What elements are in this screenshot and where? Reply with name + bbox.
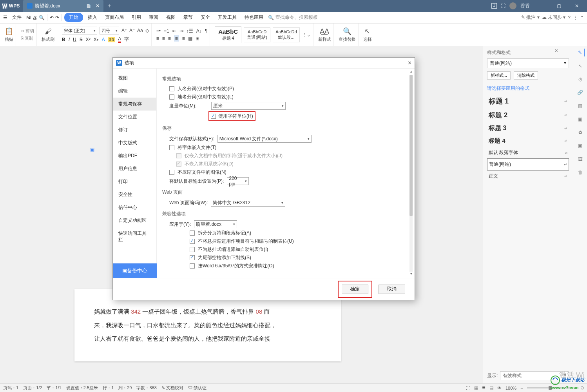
phonetic-icon[interactable]: 字 bbox=[124, 36, 129, 43]
collapse-ribbon-icon[interactable]: ⌃ bbox=[580, 15, 584, 20]
nav-revision[interactable]: 修订 bbox=[113, 123, 156, 136]
ppi-select[interactable]: 220 ppi bbox=[227, 177, 249, 185]
maximize-icon[interactable]: ▢ bbox=[552, 3, 566, 9]
dialog-close-icon[interactable]: × bbox=[408, 60, 411, 67]
align-center-icon[interactable]: ≡ bbox=[162, 36, 165, 41]
style-item-h4[interactable]: 标题 4↵ bbox=[487, 135, 569, 147]
new-style-button[interactable]: A͟A新样式 bbox=[318, 27, 331, 42]
rail-clock-icon[interactable]: ◷ bbox=[576, 75, 584, 83]
more-icon[interactable]: ⋮ bbox=[573, 15, 578, 20]
style-gallery-more-icon[interactable]: ⋮⌄ bbox=[302, 32, 311, 38]
menu-view[interactable]: 视图 bbox=[163, 13, 179, 22]
menu-insert[interactable]: 插入 bbox=[85, 13, 100, 22]
sync-button[interactable]: ☁ 未同步 ▾ bbox=[542, 14, 566, 21]
status-page[interactable]: 页码：1 bbox=[3, 385, 18, 391]
rail-settings-icon[interactable]: ✿ bbox=[576, 129, 584, 136]
menu-dev[interactable]: 开发工具 bbox=[215, 13, 240, 22]
align-right-icon[interactable]: ≡ bbox=[168, 36, 171, 41]
panel-close-icon[interactable]: × bbox=[555, 47, 558, 54]
font-family-select[interactable]: 宋体 (正文) bbox=[62, 27, 97, 34]
rail-style-icon[interactable]: ✎ bbox=[577, 49, 585, 56]
style-item-normal-web[interactable]: 普通(网站)↵ bbox=[487, 158, 569, 171]
align-distribute-icon[interactable]: ≡ bbox=[182, 36, 185, 41]
select-button[interactable]: ↖选择 bbox=[363, 27, 372, 42]
current-style-select[interactable]: 普通(网站)▾ bbox=[487, 58, 569, 68]
opt-c4[interactable]: 为尾部空格添加下划线(S) bbox=[190, 254, 410, 261]
menu-safe[interactable]: 安全 bbox=[197, 13, 213, 22]
opt-placename[interactable]: 地名分词(仅对中文有效)(L) bbox=[169, 94, 410, 100]
opt-c5[interactable]: 按Word 6.x/95/97的方式安排脚注(O) bbox=[190, 263, 410, 269]
redo-icon[interactable]: ↷ bbox=[55, 15, 59, 20]
command-search[interactable]: 🔍查找命令、搜索模板 bbox=[268, 14, 318, 21]
paste-button[interactable]: 📋粘贴 bbox=[5, 27, 13, 42]
status-proof[interactable]: ✎ 文档校对 bbox=[161, 385, 183, 391]
close-icon[interactable]: ✕ bbox=[570, 3, 584, 9]
change-case-icon[interactable]: Aa bbox=[137, 28, 143, 33]
document-tab[interactable]: 盼望着.docx 📄 ✕ bbox=[23, 0, 103, 12]
apply-select[interactable]: 盼望着.docx bbox=[194, 220, 237, 228]
nav-cjk[interactable]: 中文版式 bbox=[113, 136, 156, 149]
nav-quick-access[interactable]: 快速访问工具栏 bbox=[113, 227, 156, 247]
border-icon[interactable]: ⊞ bbox=[196, 36, 199, 41]
opt-c3[interactable]: 不为悬挂式缩进添加自动制表位(I) bbox=[190, 246, 410, 253]
cancel-button[interactable]: 取消 bbox=[379, 285, 405, 294]
unit-select[interactable]: 厘米 bbox=[211, 102, 286, 110]
status-section[interactable]: 节：1/1 bbox=[47, 385, 61, 391]
nav-security[interactable]: 安全性 bbox=[113, 188, 156, 201]
hamburger-icon[interactable]: ☰ bbox=[3, 15, 7, 20]
style-item-h1[interactable]: 标题 1↵ bbox=[487, 94, 569, 108]
preview-icon[interactable]: 🔍 bbox=[39, 15, 45, 20]
status-words[interactable]: 字数：888 bbox=[136, 385, 156, 391]
text-effect-icon[interactable]: A bbox=[102, 37, 105, 42]
style-normal-web[interactable]: AaBbCcD普通(网站) bbox=[244, 27, 270, 42]
view-web-icon[interactable]: ▤ bbox=[489, 385, 493, 390]
clear-format-button[interactable]: 清除格式 bbox=[514, 71, 538, 80]
help-icon[interactable]: ? bbox=[568, 15, 571, 20]
dialog-scrollbar[interactable]: ▴ ▾ bbox=[408, 69, 414, 277]
view-outline-icon[interactable]: ≣ bbox=[482, 385, 486, 390]
menu-layout[interactable]: 页面布局 bbox=[102, 13, 127, 22]
nav-trust[interactable]: 信任中心 bbox=[113, 201, 156, 214]
scroll-down-icon[interactable]: ▾ bbox=[408, 272, 414, 277]
indent-icon[interactable]: ⇥ bbox=[179, 28, 183, 34]
nav-pdf[interactable]: 输出PDF bbox=[113, 149, 156, 162]
ok-button[interactable]: 确定 bbox=[342, 285, 368, 294]
nav-print[interactable]: 打印 bbox=[113, 175, 156, 188]
clear-format-icon[interactable]: ◇ bbox=[145, 28, 149, 33]
style-item-h3[interactable]: 标题 3↵ bbox=[487, 122, 569, 135]
outdent-icon[interactable]: ⇤ bbox=[172, 28, 176, 34]
menu-chapter[interactable]: 章节 bbox=[180, 13, 196, 22]
nav-general-save[interactable]: 常规与保存 bbox=[113, 98, 156, 111]
style-item-body[interactable]: 正文↵ bbox=[487, 171, 569, 182]
font-size-select[interactable]: 四号 bbox=[100, 27, 119, 34]
style-item-h2[interactable]: 标题 2↵ bbox=[487, 108, 569, 122]
number-list-icon[interactable]: ≡1 bbox=[164, 28, 169, 34]
superscript-icon[interactable]: X² bbox=[86, 37, 91, 42]
view-print-icon[interactable]: ▦ bbox=[474, 385, 478, 390]
zoom-value[interactable]: 100% bbox=[505, 386, 516, 390]
style-item-default-font[interactable]: 默认 段落字体a bbox=[487, 147, 569, 158]
rail-folder-icon[interactable]: ▣ bbox=[576, 142, 584, 150]
align-justify-icon[interactable]: ≡ bbox=[174, 35, 179, 42]
bullet-list-icon[interactable]: ≡• bbox=[156, 28, 161, 34]
undo-icon[interactable]: ↶ bbox=[50, 15, 54, 20]
nav-edit[interactable]: 编辑 bbox=[113, 85, 156, 98]
zoom-out-icon[interactable]: − bbox=[520, 386, 523, 390]
opt-embedfont[interactable]: 将字体嵌入文件(T) bbox=[169, 144, 410, 151]
opt-c2[interactable]: 不将悬挂缩进用作项目符号和编号的制表位(U) bbox=[190, 238, 410, 245]
print-icon[interactable]: 🖨 bbox=[33, 15, 37, 20]
new-style-panel-button[interactable]: 新样式... bbox=[487, 71, 511, 80]
style-default[interactable]: AaBbCcDd默认段... bbox=[273, 27, 299, 42]
highlight-icon[interactable]: ab bbox=[108, 37, 115, 42]
saveformat-select[interactable]: Microsoft Word 文件(*.docx) bbox=[217, 135, 312, 143]
shrink-font-icon[interactable]: A⁻ bbox=[129, 28, 135, 33]
copy-button[interactable]: ⎘ 复制 bbox=[21, 35, 34, 41]
font-color-icon[interactable]: A bbox=[118, 36, 121, 43]
subscript-icon[interactable]: X₂ bbox=[94, 37, 99, 42]
showmarks-icon[interactable]: ¶ bbox=[205, 28, 207, 34]
save-icon[interactable]: 🖫 bbox=[26, 15, 31, 20]
menu-start[interactable]: 开始 bbox=[64, 13, 83, 22]
comment-button[interactable]: ✎ 批注 ▾ bbox=[521, 14, 540, 21]
cut-button[interactable]: ✂ 剪切 bbox=[21, 28, 34, 34]
nav-custom-ribbon[interactable]: 自定义功能区 bbox=[113, 214, 156, 227]
